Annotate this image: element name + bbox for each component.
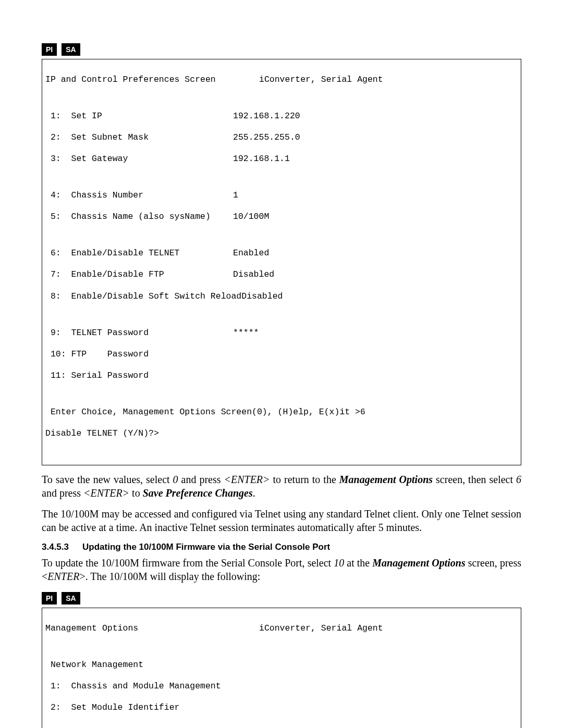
context-tags: PI SA [42,42,521,56]
opt-telnet: 6: Enable/Disable TELNET [45,248,233,259]
opt-ftp: 7: Enable/Disable FTP [45,269,233,280]
terminal-management-options: Management OptionsiConverter, Serial Age… [42,608,521,728]
val-telnet: Enabled [233,248,518,259]
paragraph-telnet-access: The 10/100M may be accessed and configur… [42,507,521,534]
paragraph-update-intro: To update the 10/100M firmware from the … [42,556,521,583]
tag-pi: PI [42,43,57,56]
tag-sa: SA [62,43,80,56]
prompt-disable-telnet: Disable TELNET (Y/N)?> [45,428,518,439]
terminal-ip-preferences: IP and Control Preferences ScreeniConver… [42,59,521,465]
val-chassis-num: 1 [233,190,518,201]
section-title: Updating the 10/100M Firmware via the Se… [82,542,330,552]
opt-set-ip: 1: Set IP [45,111,233,122]
val-ftp: Disabled [233,269,518,280]
opt-ftp-pw: 10: FTP Password [45,349,518,360]
group-network-mgmt: Network Management [45,660,518,671]
opt-serial-pw: 11: Serial Password [45,371,518,381]
val-soft-reload: Disabled [241,291,518,302]
tag-pi: PI [42,592,57,604]
screen-title: IP and Control Preferences Screen [45,75,259,85]
agent-label: iConverter, Serial Agent [259,623,518,634]
opt-telnet-pw: 9: TELNET Password [45,328,233,339]
opt-gateway: 3: Set Gateway [45,154,233,165]
opt-chassis-num: 4: Chassis Number [45,190,233,201]
agent-label: iConverter, Serial Agent [259,75,518,85]
opt-chassis-module: 1: Chassis and Module Management [45,681,518,692]
opt-subnet: 2: Set Subnet Mask [45,132,233,143]
screen-title: Management Options [45,623,259,634]
tag-sa: SA [62,592,80,604]
val-ip: 192.168.1.220 [233,111,518,122]
val-subnet: 255.255.255.0 [233,132,518,143]
opt-soft-reload: 8: Enable/Disable Soft Switch Reload [45,291,241,302]
val-chassis-name: 10/100M [233,212,518,223]
document-page: PI SA IP and Control Preferences Screeni… [0,0,563,728]
paragraph-save-values: To save the new values, select 0 and pre… [42,473,521,500]
opt-chassis-name: 5: Chassis Name (also sysName) [45,212,233,223]
context-tags: PI SA [42,590,521,604]
val-gateway: 192.168.1.1 [233,154,518,165]
section-heading: 3.4.5.3Updating the 10/100M Firmware via… [42,541,521,553]
section-number: 3.4.5.3 [42,541,82,553]
val-telnet-pw: ***** [233,328,518,339]
opt-module-id: 2: Set Module Identifier [45,702,518,713]
prompt-enter-choice: Enter Choice, Management Options Screen(… [45,407,518,418]
